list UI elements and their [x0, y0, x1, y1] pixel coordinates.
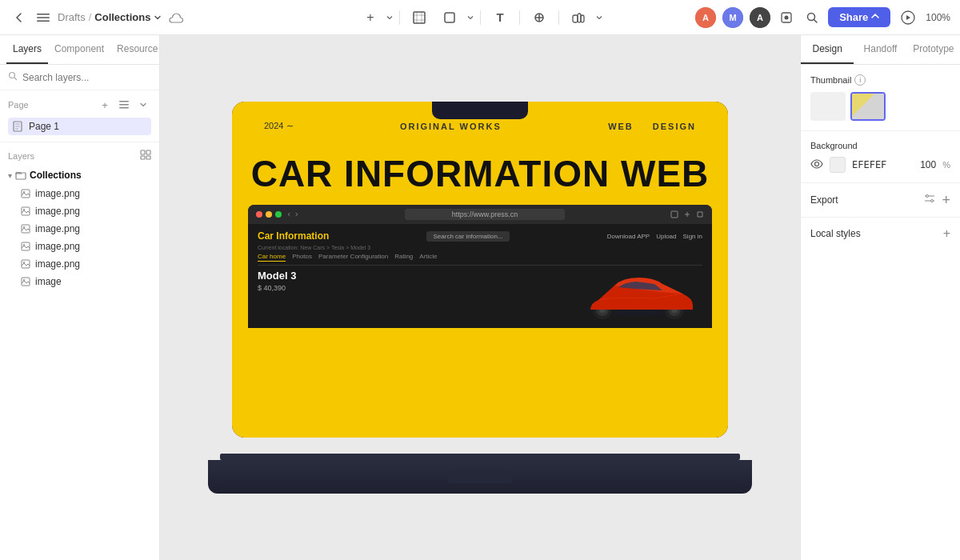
- layer-item-6[interactable]: image: [0, 273, 159, 290]
- image-icon: [21, 242, 30, 251]
- thumbnail-box-1[interactable]: [810, 92, 846, 121]
- page-dropdown-button[interactable]: [135, 97, 151, 113]
- canvas[interactable]: 2024 ∼ ORIGINAL WORKS WEB DESIGN CAR INF…: [160, 35, 800, 560]
- svg-rect-20: [119, 101, 129, 102]
- background-color-hex[interactable]: EFEFEF: [852, 159, 914, 170]
- avatar-1: A: [695, 7, 716, 28]
- svg-rect-4: [445, 13, 454, 22]
- plugin-icon[interactable]: [777, 8, 796, 27]
- browser-dot-max: [275, 211, 282, 218]
- search-input[interactable]: [22, 72, 151, 83]
- tab-prototype[interactable]: Prototype: [907, 35, 960, 64]
- collections-group-label: Collections: [30, 170, 82, 181]
- layers-section: Layers ▾ Collections image.png image.png: [0, 142, 159, 560]
- car-svg: [574, 270, 702, 322]
- svg-point-36: [23, 244, 25, 246]
- local-styles-add-icon[interactable]: +: [943, 227, 950, 240]
- tab-design[interactable]: Design: [801, 35, 854, 64]
- screen-nav-right: WEB DESIGN: [608, 122, 696, 131]
- right-panel-tabs: Design Handoff Prototype: [801, 35, 960, 65]
- text-tool-button[interactable]: T: [487, 6, 513, 29]
- page-list-button[interactable]: [116, 97, 132, 113]
- background-section: Background EFEFEF 100 %: [801, 131, 960, 183]
- layer-name-2: image.png: [35, 206, 80, 217]
- topbar-center: + T: [326, 6, 635, 29]
- svg-point-19: [10, 73, 15, 78]
- svg-rect-27: [146, 156, 150, 159]
- car-model-name: Model 3: [258, 270, 296, 282]
- svg-rect-2: [37, 20, 50, 22]
- svg-text:A: A: [757, 13, 763, 22]
- layer-name-6: image: [35, 276, 62, 287]
- layer-name-4: image.png: [35, 241, 80, 252]
- browser-breadcrumb: Current location: New Cars > Tesla > Mod…: [258, 245, 702, 250]
- layer-item-3[interactable]: image.png: [0, 220, 159, 238]
- main-area: Layers Component Resource Page +: [0, 35, 960, 560]
- svg-rect-21: [119, 104, 129, 106]
- breadcrumb-current[interactable]: Collections: [94, 11, 162, 23]
- svg-rect-8: [581, 15, 584, 22]
- thumbnail-box-2[interactable]: [850, 92, 886, 121]
- laptop-mockup: 2024 ∼ ORIGINAL WORKS WEB DESIGN CAR INF…: [208, 102, 752, 494]
- shape-tool-button[interactable]: [437, 6, 462, 29]
- background-label: Background: [810, 141, 950, 150]
- tab-layers[interactable]: Layers: [6, 35, 48, 64]
- search-icon[interactable]: [802, 8, 822, 27]
- car-price: $ 40,390: [258, 284, 296, 292]
- svg-point-32: [23, 209, 25, 210]
- page-actions: +: [97, 97, 151, 113]
- car-info-text: Model 3 $ 40,390: [258, 270, 296, 292]
- add-tool-button[interactable]: +: [358, 6, 383, 29]
- page-1-label: Page 1: [29, 121, 59, 132]
- menu-button[interactable]: [34, 8, 53, 27]
- svg-rect-41: [671, 211, 678, 218]
- layer-item-2[interactable]: image.png: [0, 202, 159, 220]
- browser-dots: [256, 211, 282, 218]
- tab-handoff[interactable]: Handoff: [854, 35, 906, 64]
- frame-tool-button[interactable]: [406, 6, 432, 29]
- export-add-icon[interactable]: +: [942, 193, 950, 207]
- browser-tab-active: Car home: [258, 253, 286, 262]
- collections-group[interactable]: ▾ Collections: [0, 166, 159, 185]
- tool-group-add: +: [358, 6, 393, 29]
- move-tool-button[interactable]: [526, 6, 552, 29]
- export-settings-icon[interactable]: [924, 193, 935, 207]
- info-icon: i: [854, 74, 866, 86]
- tab-resource[interactable]: Resource: [110, 35, 164, 64]
- browser-search: Search car information...: [426, 231, 509, 242]
- svg-rect-3: [414, 12, 425, 23]
- back-button[interactable]: [10, 8, 29, 27]
- image-icon: [21, 224, 30, 234]
- browser-nav-icons: [286, 211, 299, 218]
- thumbnail-section: Thumbnail i: [801, 65, 960, 131]
- layer-item-5[interactable]: image.png: [0, 255, 159, 273]
- background-opacity[interactable]: 100: [920, 159, 936, 170]
- share-button[interactable]: Share: [828, 7, 890, 27]
- tool-divider-2: [480, 10, 481, 25]
- add-page-button[interactable]: +: [97, 97, 113, 113]
- laptop-base: [208, 446, 752, 494]
- browser-dot-min: [266, 211, 272, 218]
- page-icon: [13, 121, 24, 132]
- layer-item-4[interactable]: image.png: [0, 238, 159, 255]
- layer-item-1[interactable]: image.png: [0, 185, 159, 202]
- browser-dot-close: [256, 211, 262, 218]
- play-button[interactable]: [897, 6, 919, 29]
- page-1-item[interactable]: Page 1: [8, 118, 151, 135]
- cloud-status-icon[interactable]: [166, 8, 186, 27]
- screen-browser: https://www.press.cn Car Information Sea…: [248, 205, 712, 328]
- hand-tool-button[interactable]: [566, 6, 591, 29]
- laptop-bottom: [208, 460, 752, 494]
- tab-component[interactable]: Component: [48, 35, 110, 64]
- laptop-trackpad: [448, 470, 512, 483]
- screen-title: CAR INFORMATION WEB: [232, 147, 728, 205]
- layers-collapse-button[interactable]: [140, 149, 151, 162]
- visibility-icon[interactable]: [810, 158, 823, 171]
- layer-name-5: image.png: [35, 258, 80, 270]
- zoom-level[interactable]: 100%: [926, 12, 950, 23]
- breadcrumb: Drafts / Collections: [58, 11, 162, 23]
- expand-icon: ▾: [8, 171, 12, 180]
- search-bar: [0, 65, 159, 90]
- image-icon: [21, 277, 30, 286]
- background-color-swatch[interactable]: [830, 157, 846, 173]
